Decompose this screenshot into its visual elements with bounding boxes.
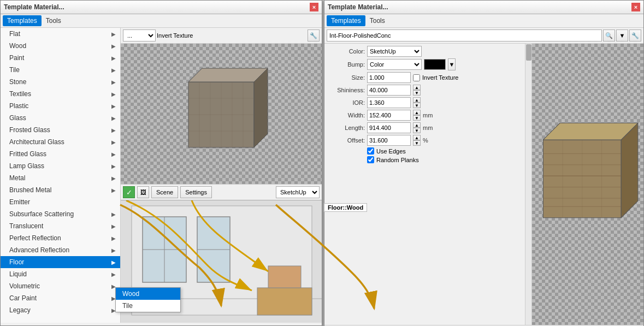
- random-planks-row: Random Planks: [367, 156, 523, 163]
- ior-up[interactable]: ▲: [413, 97, 421, 103]
- template-item-emitter[interactable]: Emitter: [1, 196, 120, 208]
- floor-submenu-tile[interactable]: Tile: [116, 300, 121, 312]
- shininess-spinner: ▲ ▼: [413, 85, 421, 96]
- fritted-glass-arrow: ▶: [111, 151, 116, 157]
- template-item-liquid[interactable]: Liquid ▶: [1, 268, 120, 280]
- left-templates-menu[interactable]: Templates: [3, 15, 42, 26]
- bump-color-arrow[interactable]: ▼: [448, 58, 456, 70]
- template-item-translucent[interactable]: Translucent ▶: [1, 220, 120, 232]
- brushed-metal-arrow: ▶: [111, 187, 116, 193]
- template-item-perfect-reflection[interactable]: Perfect Reflection ▶: [1, 232, 120, 244]
- left-scene-button-icon[interactable]: 🖼: [137, 186, 149, 198]
- right-wrench-button[interactable]: 🔧: [629, 29, 641, 42]
- properties-form: Color: SketchUp Bump: Color ▼ Size:: [324, 44, 531, 167]
- size-input[interactable]: [367, 72, 411, 83]
- template-item-metal[interactable]: Metal ▶: [1, 172, 120, 184]
- length-unit: mm: [423, 125, 433, 131]
- template-item-brushed-metal[interactable]: Brushed Metal ▶: [1, 184, 120, 196]
- offset-down[interactable]: ▼: [413, 140, 421, 146]
- size-label: Size:: [327, 74, 365, 81]
- offset-spinner: ▲ ▼: [413, 135, 421, 146]
- ior-down[interactable]: ▼: [413, 103, 421, 108]
- right-title-bar: Template Material... ×: [324, 1, 643, 14]
- paint-arrow: ▶: [111, 55, 116, 61]
- right-3d-preview-area: [532, 44, 643, 325]
- shininess-down[interactable]: ▼: [413, 90, 421, 96]
- left-settings-button[interactable]: Settings: [180, 186, 212, 198]
- template-item-advanced-reflection[interactable]: Advanced Reflection ▶: [1, 244, 120, 256]
- template-item-wood[interactable]: Wood ▶: [1, 40, 120, 52]
- template-item-flat[interactable]: Flat ▶: [1, 28, 120, 40]
- use-edges-checkbox[interactable]: [367, 147, 374, 155]
- bump-color-swatch[interactable]: [424, 59, 446, 70]
- left-renderer-dropdown[interactable]: SketchUp: [276, 186, 320, 198]
- width-down[interactable]: ▼: [413, 115, 421, 121]
- shininess-input[interactable]: [367, 85, 411, 96]
- right-search-button[interactable]: 🔍: [603, 29, 615, 42]
- perfect-reflection-arrow: ▶: [111, 235, 116, 241]
- left-close-button[interactable]: ×: [310, 3, 318, 11]
- right-menu-bar: Templates Tools: [324, 14, 643, 28]
- right-search-input[interactable]: [327, 29, 602, 42]
- invert-texture-checkbox[interactable]: [413, 74, 420, 81]
- svg-marker-27: [543, 123, 637, 140]
- bump-dropdown[interactable]: Color: [367, 59, 422, 70]
- random-planks-label: Random Planks: [376, 157, 419, 163]
- template-item-frosted-glass[interactable]: Frosted Glass ▶: [1, 124, 120, 136]
- template-item-car-paint[interactable]: Car Paint ▶: [1, 292, 120, 304]
- right-scrollbar[interactable]: [525, 44, 531, 325]
- wood-arrow: ▶: [111, 43, 116, 49]
- left-apply-button[interactable]: ✓: [123, 186, 135, 198]
- svg-rect-22: [268, 266, 301, 288]
- arch-glass-arrow: ▶: [111, 139, 116, 145]
- template-item-fritted-glass[interactable]: Fritted Glass ▶: [1, 148, 120, 160]
- color-dropdown[interactable]: SketchUp: [367, 46, 422, 57]
- length-up[interactable]: ▲: [413, 122, 421, 128]
- invert-texture-label: Invert Texture: [157, 32, 306, 39]
- right-dropdown-arrow[interactable]: ▼: [616, 29, 628, 42]
- shininess-up[interactable]: ▲: [413, 85, 421, 90]
- right-templates-menu[interactable]: Templates: [327, 15, 365, 26]
- right-scrollbar-thumb: [526, 44, 531, 61]
- textiles-arrow: ▶: [111, 91, 116, 97]
- template-item-legacy[interactable]: Legacy ▶: [1, 304, 120, 316]
- width-input[interactable]: [367, 110, 411, 121]
- color-label: Color:: [327, 48, 365, 55]
- template-item-floor[interactable]: Floor ▶: [1, 256, 120, 268]
- template-item-tile[interactable]: Tile ▶: [1, 64, 120, 76]
- length-down[interactable]: ▼: [413, 128, 421, 133]
- left-title-bar: Template Material... ×: [1, 1, 322, 14]
- template-item-volumetric[interactable]: Volumetric ▶: [1, 280, 120, 292]
- invert-texture-container: Invert Texture: [413, 74, 458, 81]
- plastic-arrow: ▶: [111, 103, 116, 109]
- left-tools-menu[interactable]: Tools: [42, 15, 66, 26]
- floor-submenu-wood[interactable]: Wood: [116, 288, 121, 300]
- random-planks-checkbox[interactable]: [367, 156, 374, 163]
- right-close-button[interactable]: ×: [631, 3, 640, 11]
- ior-input[interactable]: [367, 97, 411, 108]
- length-input[interactable]: [367, 122, 411, 133]
- template-item-subsurface[interactable]: Subsurface Scattering ▶: [1, 208, 120, 220]
- template-item-paint[interactable]: Paint ▶: [1, 52, 120, 64]
- width-up[interactable]: ▲: [413, 110, 421, 115]
- width-unit: mm: [423, 112, 433, 118]
- template-item-textiles[interactable]: Textiles ▶: [1, 88, 120, 100]
- left-wrench-button[interactable]: 🔧: [308, 29, 320, 42]
- template-item-architectural-glass[interactable]: Architectural Glass ▶: [1, 136, 120, 148]
- invert-texture-label: Invert Texture: [422, 74, 458, 81]
- glass-arrow: ▶: [111, 115, 116, 121]
- length-spinner: ▲ ▼: [413, 122, 421, 133]
- left-texture-dropdown[interactable]: ...: [123, 29, 156, 42]
- right-tools-menu[interactable]: Tools: [365, 15, 389, 26]
- advanced-reflection-arrow: ▶: [111, 247, 116, 253]
- template-item-stone[interactable]: Stone ▶: [1, 76, 120, 88]
- left-window-title: Template Material...: [4, 3, 64, 11]
- floor-submenu-list: Wood Tile: [116, 288, 121, 312]
- template-item-plastic[interactable]: Plastic ▶: [1, 100, 120, 112]
- offset-input[interactable]: [367, 135, 411, 146]
- left-scene-button[interactable]: Scene: [151, 186, 178, 198]
- offset-up[interactable]: ▲: [413, 135, 421, 140]
- template-item-lamp-glass[interactable]: Lamp Glass ▶: [1, 160, 120, 172]
- template-item-glass[interactable]: Glass ▶: [1, 112, 120, 124]
- stone-arrow: ▶: [111, 79, 116, 85]
